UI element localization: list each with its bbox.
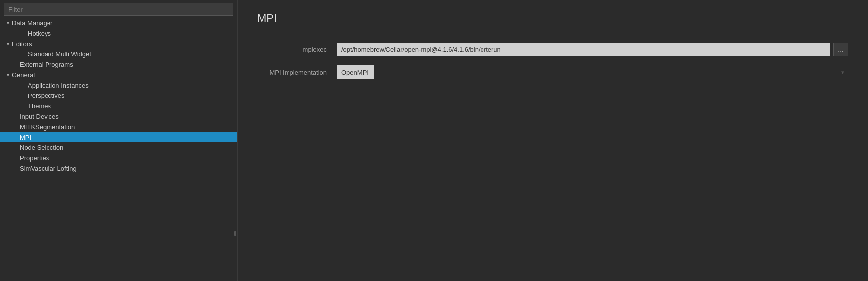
form-label-mpiexec: mpiexec [257,46,337,53]
form-row-mpiexec: mpiexec... [257,43,848,56]
sidebar-item-label: Standard Multi Widget [28,50,237,58]
form-label-mpi-implementation: MPI Implementation [257,69,337,76]
form-input-wrap-mpi-implementation: OpenMPIMPICHIntelMPI▾ [337,65,848,79]
sidebar-item-mpi[interactable]: MPI [0,132,237,142]
sidebar-item-node-selection[interactable]: Node Selection [0,142,237,153]
sidebar-item-label: Themes [28,102,237,110]
form-row-mpi-implementation: MPI ImplementationOpenMPIMPICHIntelMPI▾ [257,65,848,79]
form-container: mpiexec...MPI ImplementationOpenMPIMPICH… [257,43,848,88]
sidebar-item-label: SimVascular Lofting [20,165,237,172]
sidebar-item-label: MITKSegmentation [20,123,237,131]
sidebar-item-label: MPI [20,134,237,141]
sidebar-item-label: Input Devices [20,113,237,120]
sidebar-item-mitksegmentation[interactable]: MITKSegmentation [0,122,237,132]
sidebar-item-application-instances[interactable]: Application Instances [0,80,237,91]
sidebar-tree: ▾Data ManagerHotkeys▾EditorsStandard Mul… [0,18,237,281]
chevron-icon: ▾ [4,20,12,26]
sidebar-item-properties[interactable]: Properties [0,153,237,163]
scrollbar-indicator [234,231,236,236]
sidebar-item-input-devices[interactable]: Input Devices [0,111,237,122]
sidebar-item-perspectives[interactable]: Perspectives [0,91,237,101]
filter-input[interactable] [4,3,233,16]
sidebar-item-label: Application Instances [28,82,237,89]
page-title: MPI [257,12,848,25]
sidebar-item-editors[interactable]: ▾Editors [0,39,237,49]
sidebar: ▾Data ManagerHotkeys▾EditorsStandard Mul… [0,0,238,281]
sidebar-item-label: Node Selection [20,144,237,151]
sidebar-item-label: Perspectives [28,92,237,99]
sidebar-item-label: Data Manager [12,19,237,27]
sidebar-item-standard-multi-widget[interactable]: Standard Multi Widget [0,49,237,59]
sidebar-item-label: Editors [12,40,237,47]
sidebar-item-label: General [12,71,237,79]
sidebar-item-themes[interactable]: Themes [0,101,237,111]
chevron-down-icon: ▾ [841,69,844,76]
sidebar-item-label: Properties [20,154,237,162]
sidebar-item-simvascular-lofting[interactable]: SimVascular Lofting [0,163,237,174]
browse-button-mpiexec[interactable]: ... [833,43,848,56]
chevron-icon: ▾ [4,72,12,78]
sidebar-item-general[interactable]: ▾General [0,70,237,80]
main-panel: MPI mpiexec...MPI ImplementationOpenMPIM… [238,0,868,281]
select-mpi-implementation[interactable]: OpenMPIMPICHIntelMPI [337,65,374,79]
sidebar-item-label: Hotkeys [28,30,237,37]
form-input-wrap-mpiexec: ... [337,43,848,56]
sidebar-item-external-programs[interactable]: External Programs [0,59,237,70]
sidebar-item-label: External Programs [20,61,237,68]
sidebar-item-data-manager[interactable]: ▾Data Manager [0,18,237,28]
chevron-icon: ▾ [4,41,12,47]
sidebar-item-hotkeys[interactable]: Hotkeys [0,28,237,39]
input-mpiexec[interactable] [337,43,830,56]
select-wrap-mpi-implementation: OpenMPIMPICHIntelMPI▾ [337,65,848,79]
